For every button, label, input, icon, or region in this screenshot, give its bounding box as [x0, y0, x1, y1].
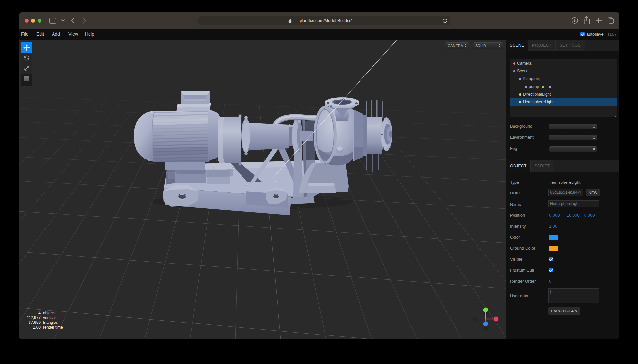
svg-text:objects: objects	[43, 311, 55, 315]
svg-text:4: 4	[38, 311, 41, 315]
svg-text:render time: render time	[43, 325, 63, 330]
svg-text:triangles: triangles	[43, 320, 58, 325]
svg-text:112,977: 112,977	[27, 315, 41, 320]
svg-text:1.00: 1.00	[33, 325, 41, 330]
svg-text:vertices: vertices	[43, 315, 56, 320]
svg-text:37,659: 37,659	[29, 320, 41, 325]
